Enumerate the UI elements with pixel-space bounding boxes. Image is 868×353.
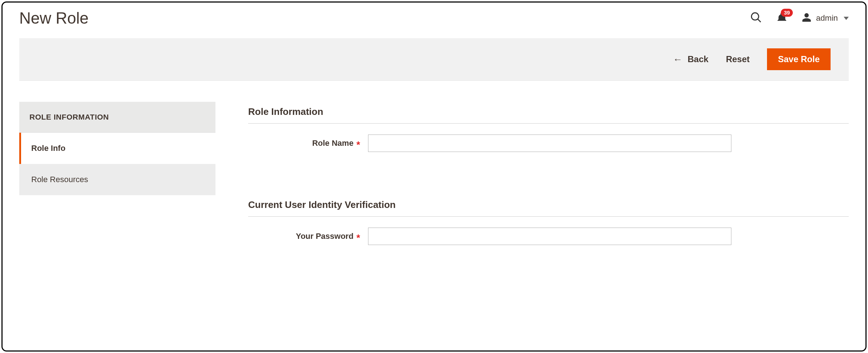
save-role-button[interactable]: Save Role (767, 48, 831, 70)
reset-button[interactable]: Reset (726, 54, 750, 64)
content-area: ROLE INFORMATION Role Info Role Resource… (3, 81, 865, 252)
sidebar-heading: ROLE INFORMATION (19, 102, 215, 133)
sidebar-item-role-info[interactable]: Role Info (19, 133, 215, 164)
app-frame: New Role 39 (1, 1, 867, 352)
sidebar-item-label: Role Info (31, 144, 65, 153)
reset-label: Reset (726, 54, 750, 64)
password-label-wrap: Your Password * (248, 232, 368, 241)
section-heading-role-information: Role Information (248, 106, 849, 124)
back-button[interactable]: ← Back (673, 54, 708, 65)
main-form: Role Information Role Name * Current Use… (248, 102, 849, 252)
notification-badge: 39 (781, 9, 793, 17)
password-label: Your Password (296, 232, 354, 241)
user-icon (802, 12, 812, 24)
section-heading-identity-verification: Current User Identity Verification (248, 199, 849, 217)
role-name-label: Role Name (312, 139, 354, 148)
notifications-button[interactable]: 39 (776, 12, 788, 25)
form-row-password: Your Password * (248, 228, 849, 245)
required-star-icon: * (356, 140, 360, 149)
user-menu[interactable]: admin (802, 12, 849, 24)
form-row-role-name: Role Name * (248, 135, 849, 152)
page-header: New Role 39 (3, 3, 865, 38)
search-icon[interactable] (750, 11, 762, 25)
header-tools: 39 admin (750, 11, 849, 25)
required-star-icon: * (356, 233, 360, 242)
role-name-label-wrap: Role Name * (248, 139, 368, 148)
caret-down-icon (844, 17, 849, 20)
arrow-left-icon: ← (673, 54, 683, 65)
bell-icon (776, 18, 788, 24)
action-bar: ← Back Reset Save Role (19, 38, 849, 81)
role-name-input[interactable] (368, 135, 731, 152)
password-input[interactable] (368, 228, 731, 245)
page-title: New Role (19, 9, 89, 27)
user-name-label: admin (816, 13, 838, 23)
svg-point-0 (751, 13, 759, 20)
back-label: Back (688, 54, 708, 64)
sidebar-item-label: Role Resources (31, 175, 88, 184)
sidebar: ROLE INFORMATION Role Info Role Resource… (19, 102, 215, 252)
sidebar-item-role-resources[interactable]: Role Resources (19, 164, 215, 195)
svg-line-1 (758, 19, 761, 22)
